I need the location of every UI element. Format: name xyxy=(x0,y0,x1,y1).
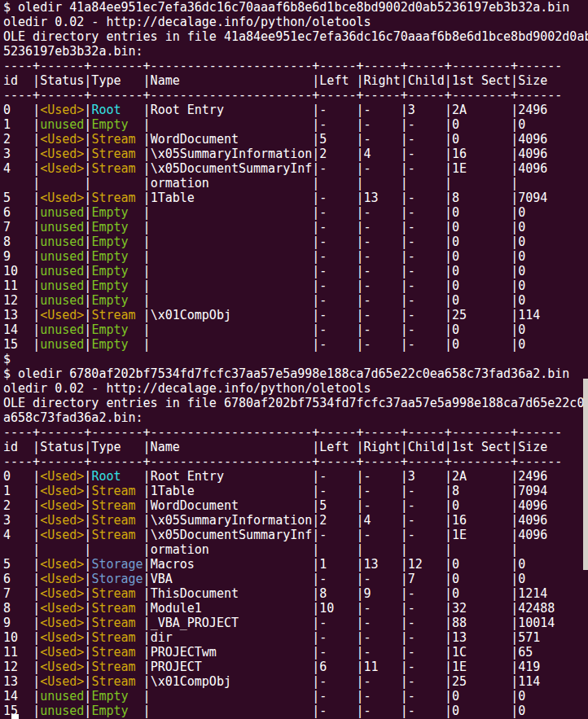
command-line: $ oledir 41a84ee951ec7efa36dc16c70aaaf6b… xyxy=(3,0,588,15)
table-header: id |Status|Type |Name |Left |Right|Child… xyxy=(3,73,588,88)
table-row: 10 |<Used>|Stream |dir |- |- |- |13 |571 xyxy=(3,630,588,645)
table-row: 2 |<Used>|Stream |WordDocument |5 |- |- … xyxy=(3,498,588,513)
table-separator: ----+------+-------+--------------------… xyxy=(3,454,588,469)
table-row: 1 |unused|Empty | |- |- |- |0 |0 xyxy=(3,117,588,132)
terminal-cursor xyxy=(11,714,19,719)
table-row: 7 |<Used>|Stream |ThisDocument |8 |9 |- … xyxy=(3,586,588,601)
version-banner: oledir 0.02 - http://decalage.info/pytho… xyxy=(3,381,588,396)
table-row: 7 |unused|Empty | |- |- |- |0 |0 xyxy=(3,220,588,235)
listing-intro: OLE directory entries in file 6780af202b… xyxy=(3,396,588,410)
table-row: 0 |<Used>|Root |Root Entry |- |- |3 |2A … xyxy=(3,469,588,484)
table-row: 15 |unused|Empty | |- |- |- |0 |0 xyxy=(3,337,588,352)
table-row: 2 |<Used>|Stream |WordDocument |5 |- |- … xyxy=(3,132,588,147)
table-row: 13 |<Used>|Stream |\x01CompObj |- |- |- … xyxy=(3,308,588,322)
table-row: 0 |<Used>|Root |Root Entry |- |- |3 |2A … xyxy=(3,103,588,117)
table-row: 14 |unused|Empty | |- |- |- |0 |0 xyxy=(3,322,588,337)
table-row: 10 |unused|Empty | |- |- |- |0 |0 xyxy=(3,264,588,278)
table-header: id |Status|Type |Name |Left |Right|Child… xyxy=(3,440,588,454)
shell-prompt: $ xyxy=(3,352,588,366)
listing-intro: a658c73fad36a2.bin: xyxy=(3,410,588,425)
table-row: 4 |<Used>|Stream |\x05DocumentSummaryInf… xyxy=(3,161,588,176)
table-row: 13 |<Used>|Stream |\x01CompObj |- |- |- … xyxy=(3,674,588,689)
table-row-wrap: | | |ormation | | | | | xyxy=(3,542,588,557)
table-row: 8 |unused|Empty | |- |- |- |0 |0 xyxy=(3,235,588,249)
table-separator: ----+------+-------+--------------------… xyxy=(3,425,588,440)
table-row: 11 |<Used>|Stream |PROJECTwm |- |- |- |1… xyxy=(3,645,588,660)
table-row: 12 |<Used>|Stream |PROJECT |6 |11 |- |1E… xyxy=(3,660,588,674)
terminal-output: $ oledir 41a84ee951ec7efa36dc16c70aaaf6b… xyxy=(3,0,588,719)
table-separator: ----+------+-------+--------------------… xyxy=(3,88,588,103)
table-row: 9 |unused|Empty | |- |- |- |0 |0 xyxy=(3,249,588,264)
table-row: 5 |<Used>|Stream |1Table |- |13 |- |8 |7… xyxy=(3,191,588,205)
table-row: 8 |<Used>|Stream |Module1 |10 |- |- |32 … xyxy=(3,601,588,616)
table-row-wrap: | | |ormation | | | | | xyxy=(3,176,588,191)
version-banner: oledir 0.02 - http://decalage.info/pytho… xyxy=(3,15,588,29)
table-row: 11 |unused|Empty | |- |- |- |0 |0 xyxy=(3,278,588,293)
scrollbar-thumb[interactable] xyxy=(583,379,588,570)
table-row: 15 |unused|Empty | |- |- |- |0 |0 xyxy=(3,704,588,718)
table-row: 1 |<Used>|Stream |1Table |- |- |- |8 |70… xyxy=(3,484,588,498)
table-row: 6 |unused|Empty | |- |- |- |0 |0 xyxy=(3,205,588,220)
table-row: 9 |<Used>|Stream |_VBA_PROJECT |- |- |- … xyxy=(3,616,588,630)
command-line: $ oledir 6780af202bf7534fd7fcfc37aa57e5a… xyxy=(3,366,588,381)
listing-intro: 5236197eb3b32a.bin: xyxy=(3,44,588,59)
listing-intro: OLE directory entries in file 41a84ee951… xyxy=(3,29,588,44)
table-separator: ----+------+-------+--------------------… xyxy=(3,59,588,73)
table-row: 3 |<Used>|Stream |\x05SummaryInformation… xyxy=(3,147,588,161)
table-row: 5 |<Used>|Storage|Macros |1 |13 |12 |0 |… xyxy=(3,557,588,572)
terminal-window: $ oledir 41a84ee951ec7efa36dc16c70aaaf6b… xyxy=(0,0,588,719)
table-row: 4 |<Used>|Stream |\x05DocumentSummaryInf… xyxy=(3,528,588,542)
table-row: 14 |unused|Empty | |- |- |- |0 |0 xyxy=(3,689,588,704)
table-row: 6 |<Used>|Storage|VBA |- |- |7 |0 |0 xyxy=(3,572,588,586)
table-row: 12 |unused|Empty | |- |- |- |0 |0 xyxy=(3,293,588,308)
table-row: 3 |<Used>|Stream |\x05SummaryInformation… xyxy=(3,513,588,528)
